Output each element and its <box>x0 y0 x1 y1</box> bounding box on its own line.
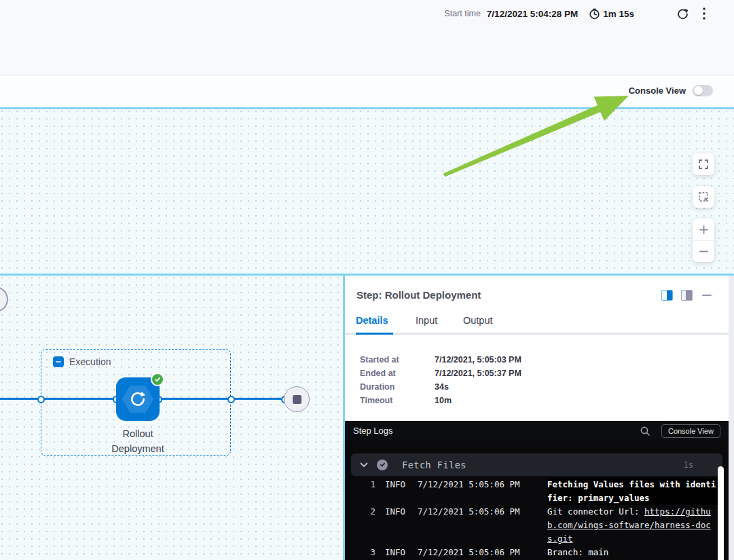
stage-canvas[interactable] <box>0 109 734 274</box>
step-logs-section: Step Logs Console View Fetch File <box>345 421 729 560</box>
connector-dot <box>227 396 235 403</box>
execution-group-label: Execution <box>69 356 111 367</box>
zoom-in-button[interactable] <box>693 219 714 240</box>
rollout-deployment-node[interactable] <box>116 377 160 421</box>
step-logs-title: Step Logs <box>353 426 393 436</box>
log-message-highlighted: Fetching Values files with identifier: p… <box>547 478 718 505</box>
log-console: Fetch Files 1s 1 INFO 7/12/2021 5:05:06 … <box>345 441 729 560</box>
fullscreen-button[interactable] <box>693 153 714 175</box>
tab-details[interactable]: Details <box>356 315 388 326</box>
start-time-label: Start time <box>444 9 481 18</box>
node-label: Rollout Deployment <box>90 426 185 456</box>
canvas-toolbar: Console View <box>0 76 734 107</box>
console-view-label: Console View <box>629 86 686 96</box>
panel-tabs: Details Input Output <box>345 315 729 335</box>
stop-icon <box>293 395 301 404</box>
collapse-group-button[interactable] <box>53 356 64 367</box>
console-view-toggle[interactable] <box>693 85 713 96</box>
canvas-zoom-controls <box>693 153 714 262</box>
field-ended-at: Ended at 7/12/2021, 5:05:37 PM <box>360 367 521 380</box>
search-logs-icon[interactable] <box>640 426 650 436</box>
start-node-partial <box>0 286 8 312</box>
step-logs-header: Step Logs Console View <box>345 421 729 441</box>
more-options-button[interactable] <box>697 6 712 21</box>
refresh-button[interactable] <box>675 6 690 21</box>
log-message: Branch: main <box>547 546 718 559</box>
split-view-bottom-icon[interactable] <box>681 290 693 301</box>
log-row: 1 INFO 7/12/2021 5:05:06 PM Fetching Val… <box>351 478 722 505</box>
elapsed-duration: 1m 15s <box>589 8 634 20</box>
panel-title: Step: Rollout Deployment <box>356 289 481 301</box>
field-timeout: Timeout 10m <box>360 394 521 407</box>
active-tab-underline <box>356 333 393 335</box>
step-details-panel: Step: Rollout Deployment Details Input O… <box>345 276 729 560</box>
log-group-header[interactable]: Fetch Files 1s <box>351 453 722 476</box>
field-started-at: Started at 7/12/2021, 5:05:03 PM <box>360 353 521 367</box>
step-detail-fields: Started at 7/12/2021, 5:05:03 PM Ended a… <box>360 353 521 407</box>
console-view-button[interactable]: Console View <box>661 424 720 438</box>
console-scrollbar[interactable] <box>718 466 724 560</box>
step-graph-canvas[interactable]: Execution Rollout Deployment <box>0 276 343 560</box>
tab-input[interactable]: Input <box>416 315 437 326</box>
minimize-panel-button[interactable] <box>702 295 712 297</box>
toggle-knob <box>694 86 703 95</box>
group-success-icon <box>377 460 388 470</box>
pipeline-execution-page: Start time 7/12/2021 5:04:28 PM 1m 15s C… <box>0 0 734 560</box>
zoom-out-button[interactable] <box>693 240 714 262</box>
zoom-pill <box>693 219 714 262</box>
start-time-value: 7/12/2021 5:04:28 PM <box>487 9 578 19</box>
panel-scrollbar-track[interactable] <box>729 276 734 560</box>
elapsed-text: 1m 15s <box>603 9 634 19</box>
field-duration: Duration 34s <box>360 380 521 394</box>
connector-dot <box>37 396 45 403</box>
clock-icon <box>589 8 600 20</box>
log-message: Git connector Url: https://github.com/wi… <box>547 505 718 546</box>
log-row: 2 INFO 7/12/2021 5:05:06 PM Git connecto… <box>351 505 722 546</box>
execution-header: Start time 7/12/2021 5:04:28 PM 1m 15s <box>0 0 734 75</box>
log-group-name: Fetch Files <box>402 460 466 470</box>
tab-output[interactable]: Output <box>463 315 493 326</box>
execution-meta-row: Start time 7/12/2021 5:04:28 PM 1m 15s <box>444 6 712 21</box>
log-group-duration: 1s <box>684 460 693 470</box>
success-badge-icon <box>151 373 164 386</box>
log-row: 3 INFO 7/12/2021 5:05:06 PM Branch: main <box>351 546 722 559</box>
fit-to-view-button[interactable] <box>693 186 714 208</box>
end-node[interactable] <box>284 386 310 412</box>
log-rows: 1 INFO 7/12/2021 5:05:06 PM Fetching Val… <box>351 478 722 559</box>
rollout-icon <box>129 390 147 408</box>
chevron-down-icon[interactable] <box>360 462 368 468</box>
split-view-right-icon[interactable] <box>661 290 673 301</box>
